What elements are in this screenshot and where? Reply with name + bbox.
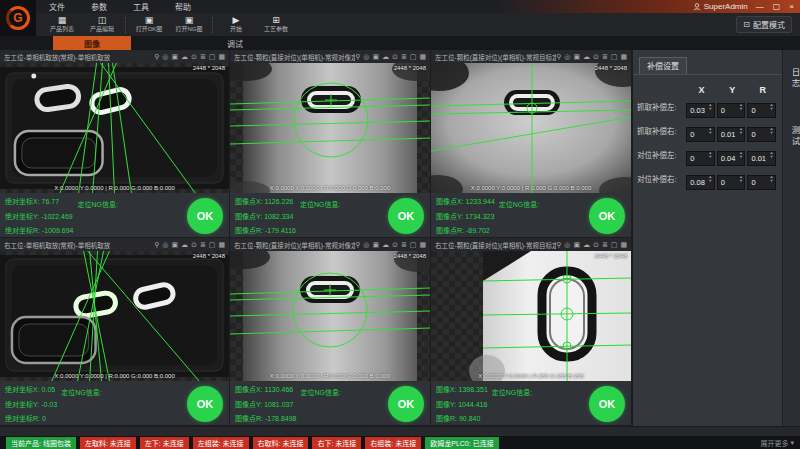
start-button[interactable]: ▶ 开始 <box>216 14 256 36</box>
process-params-button[interactable]: ⊞ 工艺参数 <box>256 14 296 36</box>
spinner-arrows-icon[interactable]: ▲▼ <box>768 148 775 161</box>
target-icon[interactable]: ◎ <box>363 53 369 60</box>
grid-icon[interactable]: ▦ <box>419 241 426 248</box>
product-edit-button[interactable]: ◫ 产品编辑 <box>82 14 122 36</box>
spinner-arrows-icon[interactable]: ▲▼ <box>737 172 744 185</box>
record-icon[interactable]: ⊙ <box>191 241 197 248</box>
product-list-button[interactable]: ▦ 产品列表 <box>42 14 82 36</box>
menu-tools[interactable]: 工具 <box>120 1 162 12</box>
image-fit-icon[interactable]: ▣ <box>171 241 178 248</box>
spinner-arrows-icon[interactable]: ▲▼ <box>737 124 744 137</box>
grid-icon[interactable]: ▦ <box>218 53 225 60</box>
record-icon[interactable]: ⊙ <box>392 241 398 248</box>
align-left-y-input[interactable]: ▲▼ <box>717 147 746 162</box>
maximize-button[interactable]: ▢ <box>773 2 781 11</box>
grab-left-y-input[interactable]: ▲▼ <box>717 99 746 114</box>
spinner-arrows-icon[interactable]: ▲▼ <box>737 100 744 113</box>
camera-view-canvas[interactable]: 2448 * 2048 X:0.0000 Y:0.0000 | R:255 G:… <box>431 251 631 381</box>
list-icon[interactable]: ≣ <box>401 53 407 60</box>
cloud-icon[interactable]: ☁ <box>382 53 389 60</box>
open-ok-image-button[interactable]: ▣ 打开OK图 <box>129 14 169 36</box>
camera-view-canvas[interactable]: 2448 * 2048 X:0.0000 Y:0.0000 | R:0.000 … <box>0 63 229 193</box>
tab-image[interactable]: 图像 <box>53 36 131 50</box>
open-ng-image-button[interactable]: ▣ 打开NG图 <box>169 14 209 36</box>
list-icon[interactable]: ≣ <box>200 53 206 60</box>
grab-right-r-input[interactable]: ▲▼ <box>747 123 776 138</box>
cloud-icon[interactable]: ☁ <box>583 241 590 248</box>
list-icon[interactable]: ≣ <box>602 53 608 60</box>
zoom-icon[interactable]: ⚲ <box>154 53 159 60</box>
record-icon[interactable]: ⊙ <box>392 53 398 60</box>
user-account[interactable]: SuperAdmin <box>693 2 748 11</box>
tab-debug[interactable]: 调试 <box>196 36 274 50</box>
list-icon[interactable]: ≣ <box>401 241 407 248</box>
cloud-icon[interactable]: ☁ <box>583 53 590 60</box>
side-tab-test[interactable]: 测试 <box>783 126 800 147</box>
camera-view-canvas[interactable]: 2448 * 2048 X:0.0000 Y:0.0000 | R:0.000 … <box>0 251 229 381</box>
spinner-arrows-icon[interactable]: ▲▼ <box>707 124 714 137</box>
record-icon[interactable]: ⊙ <box>593 53 599 60</box>
image-fit-icon[interactable]: ▣ <box>573 241 580 248</box>
region-icon[interactable]: ▢ <box>410 241 417 248</box>
target-icon[interactable]: ◎ <box>162 53 168 60</box>
expand-more-button[interactable]: 展开更多▾ <box>760 438 794 448</box>
compensation-title-tab[interactable]: 补偿设置 <box>639 57 687 74</box>
spinner-arrows-icon[interactable]: ▲▼ <box>737 148 744 161</box>
spinner-arrows-icon[interactable]: ▲▼ <box>768 124 775 137</box>
region-icon[interactable]: ▢ <box>410 53 417 60</box>
record-icon[interactable]: ⊙ <box>593 241 599 248</box>
region-icon[interactable]: ▢ <box>209 241 216 248</box>
align-right-r-input[interactable]: ▲▼ <box>747 171 776 186</box>
list-icon[interactable]: ≣ <box>200 241 206 248</box>
spinner-arrows-icon[interactable]: ▲▼ <box>707 100 714 113</box>
image-fit-icon[interactable]: ▣ <box>372 53 379 60</box>
menu-parameters[interactable]: 参数 <box>78 1 120 12</box>
grab-left-r-input[interactable]: ▲▼ <box>747 99 776 114</box>
spinner-arrows-icon[interactable]: ▲▼ <box>768 172 775 185</box>
grid-icon[interactable]: ▦ <box>620 241 627 248</box>
config-mode-button[interactable]: ⊡ 配置模式 <box>736 16 792 33</box>
align-left-x-input[interactable]: ▲▼ <box>686 147 715 162</box>
zoom-icon[interactable]: ⚲ <box>154 241 159 248</box>
zoom-icon[interactable]: ⚲ <box>355 53 360 60</box>
align-right-x-input[interactable]: ▲▼ <box>686 171 715 186</box>
close-button[interactable]: × <box>789 2 794 11</box>
align-right-y-input[interactable]: ▲▼ <box>717 171 746 186</box>
grid-icon[interactable]: ▦ <box>218 241 225 248</box>
list-icon[interactable]: ≣ <box>602 241 608 248</box>
target-icon[interactable]: ◎ <box>564 53 570 60</box>
image-fit-icon[interactable]: ▣ <box>573 53 580 60</box>
region-icon[interactable]: ▢ <box>611 53 618 60</box>
image-fit-icon[interactable]: ▣ <box>171 53 178 60</box>
region-icon[interactable]: ▢ <box>611 241 618 248</box>
spinner-arrows-icon[interactable]: ▲▼ <box>707 172 714 185</box>
zoom-icon[interactable]: ⚲ <box>556 53 561 60</box>
grab-right-x-input[interactable]: ▲▼ <box>686 123 715 138</box>
camera-view-canvas[interactable]: 2448 * 2048 X:0.0000 Y:0.0000 | R:0.000 … <box>230 251 430 381</box>
camera-view-canvas[interactable]: 2448 * 2048 X:0.0000 Y:0.0000 | R:0.000 … <box>230 63 430 193</box>
zoom-icon[interactable]: ⚲ <box>355 241 360 248</box>
menu-help[interactable]: 帮助 <box>162 1 204 12</box>
grab-right-y-input[interactable]: ▲▼ <box>717 123 746 138</box>
menu-file[interactable]: 文件 <box>36 1 78 12</box>
cloud-icon[interactable]: ☁ <box>181 241 188 248</box>
cloud-icon[interactable]: ☁ <box>382 241 389 248</box>
record-icon[interactable]: ⊙ <box>191 53 197 60</box>
spinner-arrows-icon[interactable]: ▲▼ <box>768 100 775 113</box>
camera-view-canvas[interactable]: 2448 * 2048 X:0.0000 Y:0.0000 | R:0.000 … <box>431 63 631 193</box>
target-icon[interactable]: ◎ <box>564 241 570 248</box>
target-icon[interactable]: ◎ <box>162 241 168 248</box>
target-icon[interactable]: ◎ <box>363 241 369 248</box>
grid-icon[interactable]: ▦ <box>620 53 627 60</box>
grab-left-x-input[interactable]: ▲▼ <box>686 99 715 114</box>
spinner-arrows-icon[interactable]: ▲▼ <box>707 148 714 161</box>
image-fit-icon[interactable]: ▣ <box>372 241 379 248</box>
align-left-r-input[interactable]: ▲▼ <box>747 147 776 162</box>
region-icon[interactable]: ▢ <box>209 53 216 60</box>
grid-icon[interactable]: ▦ <box>419 53 426 60</box>
zoom-icon[interactable]: ⚲ <box>556 241 561 248</box>
cloud-icon[interactable]: ☁ <box>181 53 188 60</box>
side-tab-log[interactable]: 日志 <box>783 68 800 89</box>
camera-panel-2: 左工位-颗粒(直接对位)(单相机)-常规对像定位 ⚲◎▣☁⊙≣▢▦ <box>230 50 431 238</box>
minimize-button[interactable]: — <box>756 2 764 11</box>
